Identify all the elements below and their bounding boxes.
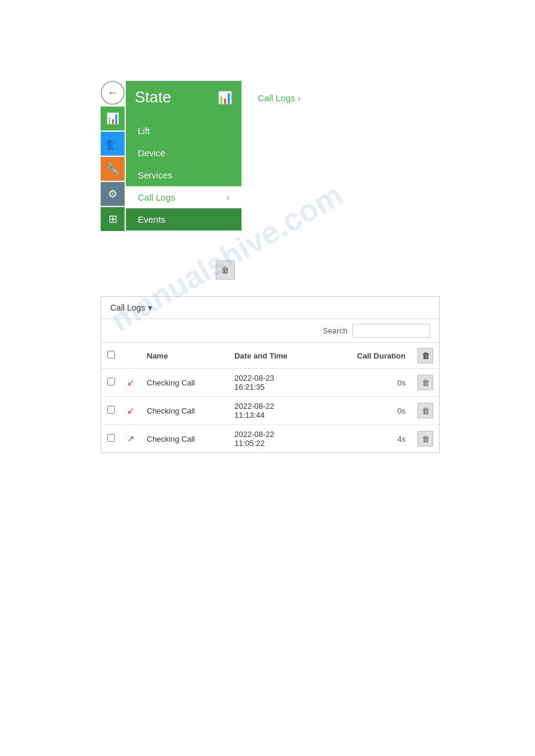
- call-logs-arrow-icon: ›: [226, 192, 229, 202]
- menu-panel: State 📊 Lift Device Services Call Logs ›…: [126, 81, 241, 230]
- row-name-cell: Checking Call: [141, 425, 228, 453]
- missed-call-icon: [127, 406, 135, 415]
- row-datetime-cell: 2022-08-2211:05:22: [228, 425, 324, 453]
- table-row: Checking Call 2022-08-2316:21:35 0s 🗑: [101, 369, 439, 397]
- call-logs-title: Call Logs: [110, 303, 145, 312]
- sidebar: 📊 👥 🔧 ⚙ ⊞: [101, 107, 125, 232]
- header-delete-button[interactable]: 🗑: [418, 348, 433, 363]
- row-checkbox-cell: [101, 425, 121, 453]
- content-area: Call Logs ▾ Search Name Date and Time Ca…: [101, 296, 440, 453]
- menu-item-call-logs-label: Call Logs: [138, 192, 176, 202]
- menu-item-lift[interactable]: Lift: [126, 120, 241, 142]
- call-logs-header: Call Logs ▾: [101, 297, 439, 319]
- row-checkbox-cell: [101, 369, 121, 397]
- row-datetime-cell: 2022-08-2211:13:44: [228, 397, 324, 425]
- row-datetime-cell: 2022-08-2316:21:35: [228, 369, 324, 397]
- row-duration-cell: 4s: [324, 425, 412, 453]
- row-delete-cell: 🗑: [412, 397, 439, 425]
- row-checkbox-2[interactable]: [107, 434, 115, 442]
- header-icon-col: [121, 343, 141, 369]
- sidebar-icon-users[interactable]: 👥: [101, 132, 125, 156]
- dropdown-arrow-icon[interactable]: ▾: [148, 303, 152, 312]
- row-call-type-cell: [121, 397, 141, 425]
- row-checkbox-1[interactable]: [107, 406, 115, 414]
- menu-item-events[interactable]: Events: [126, 208, 241, 230]
- header-date-time: Date and Time: [228, 343, 324, 369]
- trash-icon: 🗑: [221, 265, 229, 275]
- call-logs-table: Name Date and Time Call Duration 🗑 Check…: [101, 343, 439, 453]
- breadcrumb: Call Logs ›: [258, 93, 301, 103]
- row-name-cell: Checking Call: [141, 369, 228, 397]
- sidebar-icon-tools[interactable]: 🔧: [101, 157, 125, 181]
- sidebar-icon-chart[interactable]: 📊: [101, 107, 125, 130]
- menu-chart-icon: 📊: [217, 90, 232, 105]
- row-call-type-cell: [121, 369, 141, 397]
- table-row: Checking Call 2022-08-2211:05:22 4s 🗑: [101, 425, 439, 453]
- missed-call-icon: [127, 378, 135, 387]
- menu-item-services[interactable]: Services: [126, 164, 241, 186]
- header-name: Name: [141, 343, 228, 369]
- row-duration-cell: 0s: [324, 369, 412, 397]
- row-delete-button-1[interactable]: 🗑: [418, 403, 433, 418]
- search-input[interactable]: [352, 324, 430, 338]
- sidebar-icon-settings[interactable]: ⚙: [101, 182, 125, 206]
- row-duration-cell: 0s: [324, 397, 412, 425]
- toolbar-delete-button[interactable]: 🗑: [216, 260, 235, 280]
- row-delete-button-0[interactable]: 🗑: [418, 375, 433, 390]
- menu-header: State 📊: [126, 81, 241, 114]
- toolbar: 🗑: [216, 260, 235, 280]
- menu-item-device[interactable]: Device: [126, 142, 241, 164]
- search-label: Search: [323, 326, 347, 335]
- row-checkbox-0[interactable]: [107, 378, 115, 385]
- back-arrow-icon: ←: [107, 87, 118, 99]
- row-delete-cell: 🗑: [412, 425, 439, 453]
- sidebar-icon-apps[interactable]: ⊞: [101, 207, 125, 231]
- row-delete-cell: 🗑: [412, 369, 439, 397]
- row-call-type-cell: [121, 425, 141, 453]
- header-delete-col: 🗑: [412, 343, 439, 369]
- header-call-duration: Call Duration: [324, 343, 412, 369]
- table-row: Checking Call 2022-08-2211:13:44 0s 🗑: [101, 397, 439, 425]
- menu-item-call-logs[interactable]: Call Logs ›: [126, 186, 241, 208]
- row-checkbox-cell: [101, 397, 121, 425]
- outgoing-call-icon: [127, 435, 135, 444]
- row-name-cell: Checking Call: [141, 397, 228, 425]
- row-delete-button-2[interactable]: 🗑: [418, 431, 433, 447]
- select-all-checkbox[interactable]: [107, 351, 115, 359]
- header-checkbox-col: [101, 343, 121, 369]
- search-bar: Search: [101, 319, 439, 343]
- menu-title: State: [135, 88, 171, 107]
- back-button[interactable]: ←: [101, 81, 125, 105]
